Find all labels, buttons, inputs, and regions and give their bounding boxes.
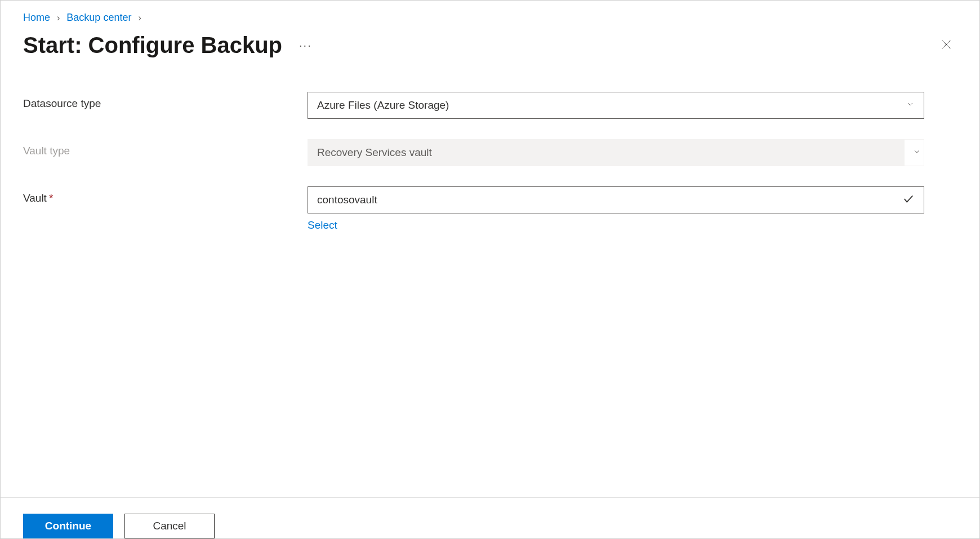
continue-button[interactable]: Continue: [23, 514, 113, 538]
select-vault-type: Recovery Services vault: [308, 139, 924, 166]
page-title: Start: Configure Backup: [23, 33, 282, 58]
row-vault: Vault* contosovault Select: [23, 186, 957, 231]
chevron-down-icon: [912, 146, 921, 159]
select-datasource-type-value: Azure Files (Azure Storage): [317, 99, 449, 112]
footer-bar: Continue Cancel: [1, 497, 979, 538]
select-vault-type-value: Recovery Services vault: [317, 146, 432, 159]
breadcrumb: Home › Backup center ›: [1, 1, 979, 28]
breadcrumb-home[interactable]: Home: [23, 12, 50, 24]
breadcrumb-backup-center[interactable]: Backup center: [66, 12, 131, 24]
check-icon: [902, 193, 915, 208]
input-vault-value: contosovault: [317, 194, 377, 206]
row-datasource-type: Datasource type Azure Files (Azure Stora…: [23, 92, 957, 119]
form-area: Datasource type Azure Files (Azure Stora…: [1, 81, 979, 263]
label-datasource-type: Datasource type: [23, 92, 308, 110]
link-select-vault[interactable]: Select: [308, 219, 337, 231]
chevron-right-icon: ›: [57, 13, 60, 23]
chevron-right-icon: ›: [138, 13, 141, 23]
chevron-down-icon: [906, 99, 915, 112]
input-vault[interactable]: contosovault: [308, 186, 924, 213]
label-vault: Vault*: [23, 186, 308, 204]
label-vault-text: Vault: [23, 192, 47, 204]
close-icon[interactable]: [936, 34, 957, 57]
more-icon[interactable]: ···: [299, 39, 312, 52]
select-datasource-type[interactable]: Azure Files (Azure Storage): [308, 92, 924, 119]
label-vault-type: Vault type: [23, 139, 308, 157]
page-header: Start: Configure Backup ···: [1, 28, 979, 81]
required-star: *: [49, 192, 53, 204]
row-vault-type: Vault type Recovery Services vault: [23, 139, 957, 166]
cancel-button[interactable]: Cancel: [124, 514, 215, 538]
